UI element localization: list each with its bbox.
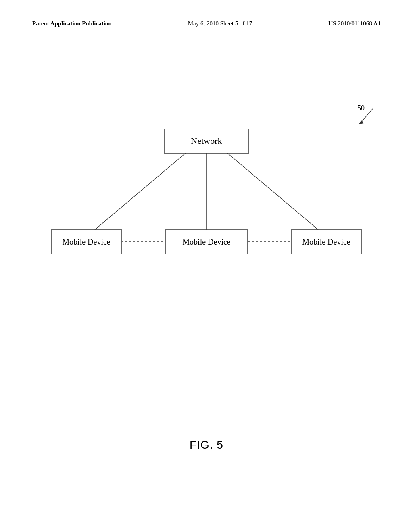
svg-line-4: [95, 153, 186, 230]
svg-text:Mobile Device: Mobile Device: [302, 237, 350, 246]
publication-label: Patent Application Publication: [32, 20, 112, 27]
diagram-svg: Network Mobile Device Mobile Device Mobi…: [32, 121, 381, 282]
svg-text:Network: Network: [191, 136, 222, 146]
figure-caption: FIG. 5: [0, 438, 413, 451]
svg-text:Mobile Device: Mobile Device: [62, 237, 111, 246]
patent-number: US 2010/0111068 A1: [328, 20, 381, 27]
svg-line-6: [227, 153, 318, 230]
page: Patent Application Publication May 6, 20…: [0, 0, 413, 532]
sheet-info: May 6, 2010 Sheet 5 of 17: [188, 20, 252, 27]
page-header: Patent Application Publication May 6, 20…: [32, 20, 381, 27]
svg-text:Mobile Device: Mobile Device: [182, 237, 231, 246]
